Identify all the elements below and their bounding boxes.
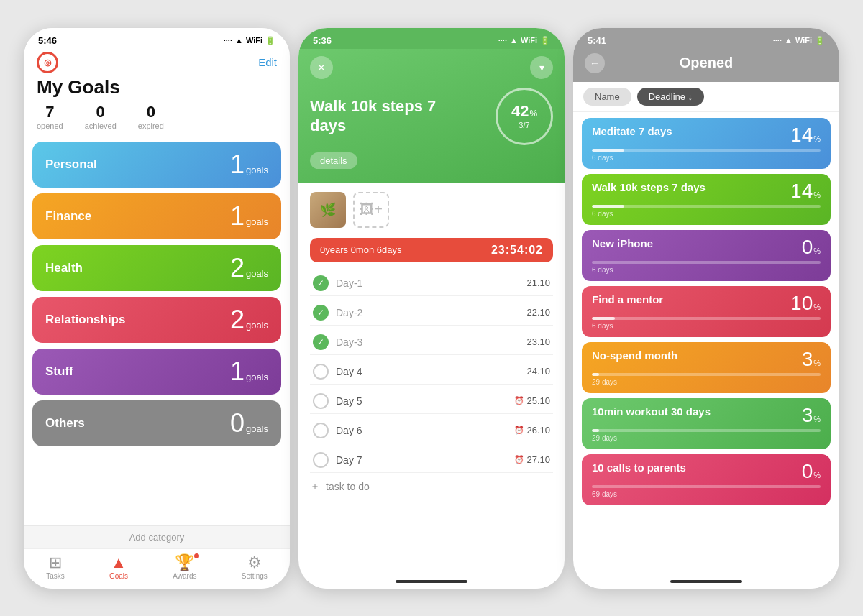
goal-content-row: Walk 10k steps 7 days 42 % 3/7: [310, 88, 553, 145]
day-item-6[interactable]: Day 6 ⏰ 26.10: [310, 418, 553, 443]
alarm-icon-7: ⏰: [514, 455, 524, 464]
opened-goal-iphone[interactable]: New iPhone 0 % 6 days: [582, 230, 831, 281]
category-others-count: 0 goals: [230, 410, 268, 436]
opened-goal-mentor-pct: 10: [790, 293, 813, 313]
progress-bar-workout: [592, 429, 821, 432]
bottom-nav: ⊞ Tasks ▲ Goals 🏆 Awards ⚙ Settings: [24, 548, 290, 589]
category-relationships[interactable]: Relationships 2 goals: [32, 297, 281, 343]
day-date-5: ⏰ 25.10: [514, 395, 550, 406]
time-3: 5:41: [588, 35, 606, 46]
nav-goals[interactable]: ▲ Goals: [109, 555, 128, 580]
opened-goal-nospend-days: 29 days: [592, 378, 821, 386]
alarm-icon-5: ⏰: [514, 396, 524, 405]
day-check-3: ✓: [313, 334, 329, 350]
nav-settings[interactable]: ⚙ Settings: [242, 555, 268, 580]
day-label-2: Day-2: [336, 307, 362, 318]
day-date-7: ⏰ 27.10: [514, 454, 550, 465]
opened-goal-walk-name: Walk 10k steps 7 days: [592, 181, 790, 193]
opened-goal-meditate[interactable]: Meditate 7 days 14 % 6 days: [582, 118, 831, 169]
photo-add-button[interactable]: 🖼+: [353, 192, 389, 228]
stat-opened-label: opened: [37, 121, 63, 130]
category-finance-name: Finance: [45, 209, 91, 224]
sort-tabs: Name Deadline ↓: [573, 82, 839, 112]
day-label-4: Day 4: [336, 366, 362, 377]
day-item-7[interactable]: Day 7 ⏰ 27.10: [310, 448, 553, 473]
day-check-7: [313, 452, 329, 468]
logo-symbol: ◎: [44, 58, 51, 68]
category-relationships-name: Relationships: [45, 313, 125, 327]
goal-title: Walk 10k steps 7 days: [310, 97, 456, 135]
pct-sym-3: %: [813, 303, 821, 311]
sort-tab-deadline[interactable]: Deadline ↓: [637, 88, 704, 106]
progress-bar-mentor: [592, 317, 821, 320]
settings-icon: ⚙: [247, 555, 262, 571]
goals-stats: 7 opened 0 achieved 0 expired: [37, 103, 277, 130]
category-health[interactable]: Health 2 goals: [32, 245, 281, 291]
progress-pct: 42: [511, 104, 529, 119]
back-button[interactable]: ←: [585, 53, 605, 73]
status-icons-3: ···· ▲ WiFi 🔋: [773, 36, 825, 45]
category-list: Personal 1 goals Finance 1 goals Health …: [24, 137, 290, 525]
goals-opened-list: Meditate 7 days 14 % 6 days Walk 10k ste…: [573, 112, 839, 574]
details-button[interactable]: details: [310, 152, 357, 169]
stat-achieved: 0 achieved: [85, 103, 117, 130]
nav-tasks[interactable]: ⊞ Tasks: [46, 555, 65, 580]
category-relationships-count: 2 goals: [230, 307, 268, 333]
tasks-icon: ⊞: [49, 555, 62, 571]
nav-awards[interactable]: 🏆 Awards: [173, 555, 196, 580]
awards-icon: 🏆: [175, 555, 194, 571]
opened-goal-calls[interactable]: 10 calls to parents 0 % 69 days: [582, 454, 831, 505]
goals-icon: ▲: [111, 555, 127, 571]
goal-detail-header: ✕ ▾ Walk 10k steps 7 days 42 % 3/7 detai…: [298, 49, 565, 183]
opened-goal-mentor[interactable]: Find a mentor 10 % 6 days: [582, 286, 831, 337]
stat-opened: 7 opened: [37, 103, 63, 130]
opened-goal-walk[interactable]: Walk 10k steps 7 days 14 % 6 days: [582, 174, 831, 225]
stat-expired-label: expired: [138, 121, 164, 130]
category-personal[interactable]: Personal 1 goals: [32, 142, 281, 188]
chevron-down-button[interactable]: ▾: [530, 56, 553, 79]
category-finance[interactable]: Finance 1 goals: [32, 193, 281, 239]
close-button[interactable]: ✕: [310, 56, 333, 79]
category-others[interactable]: Others 0 goals: [32, 400, 281, 446]
countdown-time: 23:54:02: [491, 244, 543, 257]
day-item-2[interactable]: ✓ Day-2 22.10: [310, 300, 553, 326]
home-indicator-2: [298, 574, 565, 589]
category-health-name: Health: [45, 261, 83, 275]
status-icons-1: ···· ▲ WiFi 🔋: [224, 36, 275, 45]
photo-thumb[interactable]: 🌿: [310, 192, 346, 228]
opened-goal-calls-name: 10 calls to parents: [592, 461, 802, 474]
day-item-1[interactable]: ✓ Day-1 21.10: [310, 271, 553, 296]
home-bar-2: [396, 580, 467, 583]
progress-fill-nospend: [592, 373, 599, 376]
add-task-plus-icon: ＋: [310, 480, 320, 493]
category-stuff-name: Stuff: [45, 364, 73, 379]
day-item-3[interactable]: ✓ Day-3 23.10: [310, 330, 553, 355]
goal-body: 🌿 🖼+ 0years 0mon 6days 23:54:02 ✓ Day-1 …: [298, 183, 565, 574]
opened-goal-meditate-name: Meditate 7 days: [592, 125, 790, 137]
day-item-5[interactable]: Day 5 ⏰ 25.10: [310, 389, 553, 414]
opened-goal-mentor-days: 6 days: [592, 322, 821, 330]
awards-badge: [194, 553, 199, 558]
day-item-4[interactable]: Day 4 24.10: [310, 359, 553, 385]
countdown-bar: 0years 0mon 6days 23:54:02: [310, 238, 553, 262]
opened-goal-workout[interactable]: 10min workout 30 days 3 % 29 days: [582, 398, 831, 449]
opened-goal-nospend[interactable]: No-spend month 3 % 29 days: [582, 342, 831, 393]
sort-tab-name[interactable]: Name: [583, 88, 631, 106]
add-category-bar[interactable]: Add category: [24, 525, 290, 548]
photo-row: 🌿 🖼+: [310, 192, 553, 228]
opened-goal-nospend-pct: 3: [802, 349, 813, 369]
add-task-row[interactable]: ＋ task to do: [310, 473, 553, 496]
day-date-2: 22.10: [526, 307, 550, 318]
day-list: ✓ Day-1 21.10 ✓ Day-2 22.10 ✓ Day-3 23.: [310, 271, 553, 473]
opened-goal-meditate-pct: 14: [790, 125, 813, 145]
stat-opened-num: 7: [45, 103, 54, 121]
day-date-1: 21.10: [526, 277, 550, 288]
category-stuff[interactable]: Stuff 1 goals: [32, 349, 281, 395]
opened-title: Opened: [605, 55, 808, 71]
edit-button[interactable]: Edit: [258, 56, 277, 68]
progress-bar-calls: [592, 485, 821, 488]
progress-bar-nospend: [592, 373, 821, 376]
day-check-5: [313, 393, 329, 409]
day-check-6: [313, 423, 329, 438]
opened-goal-iphone-pct: 0: [802, 237, 813, 257]
